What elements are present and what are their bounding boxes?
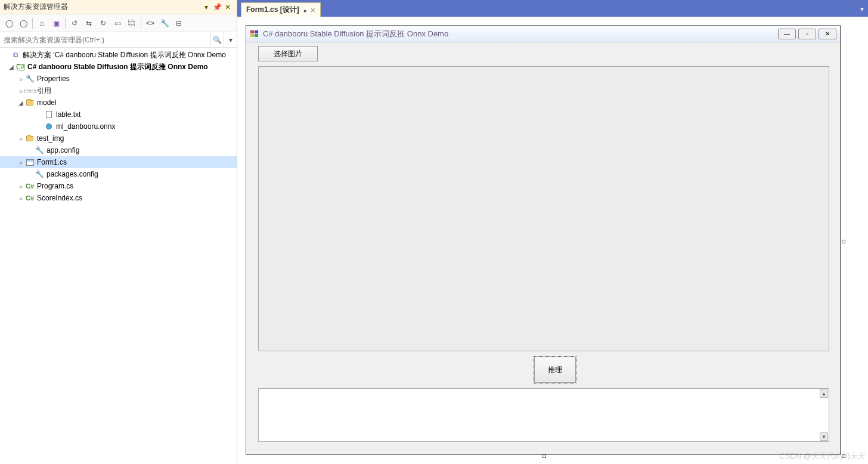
tree-label: model bbox=[37, 98, 57, 107]
tree-folder-model[interactable]: ◢ model bbox=[0, 97, 237, 109]
panel-title-text: 解决方案资源管理器 bbox=[4, 2, 201, 12]
tree-file-packages[interactable]: ▹ 🔧 packages.config bbox=[0, 168, 237, 180]
tree-file-program[interactable]: ▹ C# Program.cs bbox=[0, 180, 237, 192]
sync-icon[interactable]: ⇆ bbox=[83, 18, 94, 29]
tree-label: app.config bbox=[46, 146, 79, 154]
editor-area: Form1.cs [设计] ⬥ × ▾ C# danbooru Stable D… bbox=[237, 0, 868, 464]
code-icon[interactable]: <> bbox=[145, 18, 156, 29]
pin-icon[interactable]: 📌 bbox=[212, 2, 222, 13]
tree-label: ScoreIndex.cs bbox=[37, 194, 82, 202]
solution-tree: ▹ ⧉ 解决方案 'C# danbooru Stable Diffusion 提… bbox=[0, 48, 237, 464]
separator bbox=[65, 18, 66, 29]
csproj-icon: C# bbox=[16, 62, 25, 72]
app-icon bbox=[250, 29, 259, 39]
onnx-icon bbox=[44, 122, 54, 131]
winform-titlebar: C# danbooru Stable Diffusion 提示词反推 Onnx … bbox=[246, 26, 840, 42]
search-input[interactable] bbox=[0, 32, 210, 47]
copy-icon[interactable]: ⿻ bbox=[126, 18, 137, 29]
tree-label: 引用 bbox=[37, 86, 51, 96]
resize-handle-right[interactable] bbox=[842, 240, 845, 243]
tree-file-onnx[interactable]: ▹ ml_danbooru.onnx bbox=[0, 120, 237, 132]
tree-project[interactable]: ◢ C# C# danbooru Stable Diffusion 提示词反推 … bbox=[0, 61, 237, 73]
svg-rect-2 bbox=[250, 34, 254, 37]
panel-dropdown-icon[interactable]: ▾ bbox=[201, 2, 212, 13]
back-icon[interactable]: ◯ bbox=[4, 18, 14, 29]
winform-title-text: C# danbooru Stable Diffusion 提示词反推 Onnx … bbox=[263, 29, 776, 39]
file-icon bbox=[44, 110, 54, 119]
tree-folder-testimg[interactable]: ▹ test_img bbox=[0, 132, 237, 144]
button-label: 推理 bbox=[548, 365, 562, 375]
tree-label: C# danbooru Stable Diffusion 提示词反推 Onnx … bbox=[27, 62, 208, 72]
minimize-icon[interactable]: — bbox=[778, 29, 796, 39]
folder-icon bbox=[25, 134, 35, 143]
designer-canvas: C# danbooru Stable Diffusion 提示词反推 Onnx … bbox=[244, 24, 861, 457]
search-row: 🔍 ▾ bbox=[0, 32, 237, 48]
output-textbox[interactable]: ▲ ▼ bbox=[258, 388, 829, 442]
panel-header: 解决方案资源管理器 ▾ 📌 ✕ bbox=[0, 0, 237, 14]
scope-icon[interactable]: ▣ bbox=[51, 18, 61, 29]
resize-handle-bottom[interactable] bbox=[542, 454, 546, 458]
resize-handle-corner[interactable] bbox=[842, 454, 845, 458]
tree-label: lable.txt bbox=[56, 110, 80, 119]
tab-form1-design[interactable]: Form1.cs [设计] ⬥ × bbox=[241, 2, 321, 17]
svg-rect-3 bbox=[255, 34, 258, 37]
references-icon: ▭▭ bbox=[25, 86, 35, 95]
maximize-icon[interactable]: ▫ bbox=[798, 29, 816, 39]
solution-toolbar: ◯ ◯ ⌂ ▣ ↺ ⇆ ↻ ▭ ⿻ <> 🔧 ⊟ bbox=[0, 14, 237, 32]
winform-preview[interactable]: C# danbooru Stable Diffusion 提示词反推 Onnx … bbox=[246, 25, 841, 454]
tree-references[interactable]: ▹ ▭▭ 引用 bbox=[0, 85, 237, 97]
picturebox[interactable] bbox=[258, 66, 829, 351]
close-icon[interactable]: ✕ bbox=[222, 2, 233, 13]
collapse-icon[interactable]: ↻ bbox=[98, 18, 108, 29]
config-icon: 🔧 bbox=[35, 169, 44, 179]
tree-file-appconfig[interactable]: ▹ 🔧 app.config bbox=[0, 144, 237, 156]
tree-label: 解决方案 'C# danbooru Stable Diffusion 提示词反推… bbox=[23, 50, 226, 60]
cs-icon: C# bbox=[25, 193, 35, 203]
properties-icon[interactable]: 🔧 bbox=[159, 18, 170, 29]
separator bbox=[141, 18, 141, 29]
preview-icon[interactable]: ⊟ bbox=[173, 18, 184, 29]
tree-label: test_img bbox=[37, 134, 64, 143]
solution-icon: ⧉ bbox=[11, 50, 20, 60]
scroll-down-icon[interactable]: ▼ bbox=[820, 432, 828, 441]
tree-properties[interactable]: ▹ 🔧 Properties bbox=[0, 73, 237, 85]
solution-explorer-panel: 解决方案资源管理器 ▾ 📌 ✕ ◯ ◯ ⌂ ▣ ↺ ⇆ ↻ ▭ ⿻ <> 🔧 ⊟… bbox=[0, 0, 237, 464]
winform-body: 选择图片 推理 ▲ ▼ bbox=[246, 42, 840, 454]
svg-rect-1 bbox=[255, 30, 258, 33]
scroll-up-icon[interactable]: ▲ bbox=[820, 389, 828, 398]
home-icon[interactable]: ⌂ bbox=[36, 18, 47, 29]
tree-label: ml_danbooru.onnx bbox=[56, 122, 115, 131]
search-icon[interactable]: 🔍 bbox=[210, 32, 224, 47]
svg-rect-0 bbox=[250, 30, 254, 33]
forward-icon[interactable]: ◯ bbox=[18, 18, 29, 29]
separator bbox=[32, 18, 33, 29]
select-image-button[interactable]: 选择图片 bbox=[258, 46, 318, 61]
document-tabbar: Form1.cs [设计] ⬥ × ▾ bbox=[237, 0, 868, 17]
tab-label: Form1.cs [设计] bbox=[246, 5, 299, 15]
close-window-icon[interactable]: ✕ bbox=[819, 29, 836, 39]
tree-file-scoreindex[interactable]: ▹ C# ScoreIndex.cs bbox=[0, 192, 237, 204]
tree-solution[interactable]: ▹ ⧉ 解决方案 'C# danbooru Stable Diffusion 提… bbox=[0, 49, 237, 61]
tree-file-form1[interactable]: ▹ Form1.cs bbox=[0, 156, 237, 168]
tab-modified-icon: ⬥ bbox=[303, 6, 307, 14]
tree-label: packages.config bbox=[46, 170, 98, 178]
form-icon bbox=[25, 157, 35, 167]
search-dropdown-icon[interactable]: ▾ bbox=[224, 32, 237, 47]
infer-button[interactable]: 推理 bbox=[534, 357, 576, 383]
config-icon: 🔧 bbox=[35, 146, 44, 155]
tree-label: Properties bbox=[37, 75, 70, 83]
cs-icon: C# bbox=[25, 181, 35, 191]
tab-overflow-icon[interactable]: ▾ bbox=[856, 5, 868, 17]
tree-label: Program.cs bbox=[37, 182, 73, 190]
wrench-icon: 🔧 bbox=[25, 74, 35, 83]
folder-icon bbox=[25, 98, 35, 107]
button-label: 选择图片 bbox=[274, 49, 302, 59]
tree-label: Form1.cs bbox=[37, 158, 67, 166]
refresh-icon[interactable]: ↺ bbox=[69, 18, 80, 29]
tab-close-icon[interactable]: × bbox=[311, 5, 315, 15]
designer-surface[interactable]: C# danbooru Stable Diffusion 提示词反推 Onnx … bbox=[237, 17, 868, 464]
tree-file-lable[interactable]: ▹ lable.txt bbox=[0, 109, 237, 120]
showall-icon[interactable]: ▭ bbox=[112, 18, 123, 29]
